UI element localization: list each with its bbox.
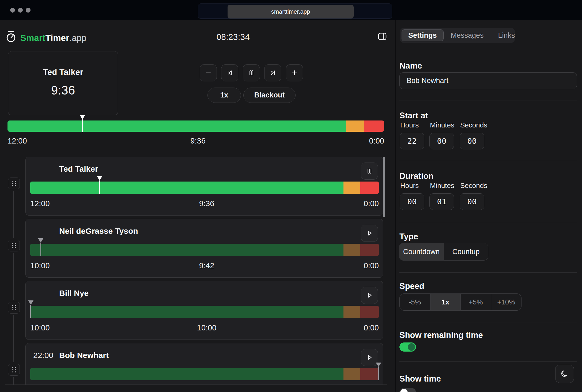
progress-green-segment: [30, 244, 343, 256]
tab-links[interactable]: Links: [491, 29, 522, 41]
window-dot-2[interactable]: [18, 8, 23, 13]
skip-forward-button[interactable]: [264, 64, 281, 81]
start-minutes-stepper[interactable]: 00: [429, 133, 454, 149]
progress-orange-segment: [346, 120, 364, 132]
timer-end-label: 0:00: [364, 323, 379, 332]
drag-handle[interactable]: [8, 302, 20, 314]
progress-red-segment: [364, 120, 384, 132]
decrease-time-button[interactable]: [200, 64, 217, 81]
progress-green-segment: [7, 120, 346, 132]
timer-title-row: 22:00 Bob Newhart: [33, 350, 109, 361]
show-remaining-time-toggle[interactable]: [399, 342, 416, 352]
rail-connector: [13, 315, 14, 362]
timer-progress-bar[interactable]: [30, 306, 379, 318]
settings-sidebar: Settings Messages Links Name Bob Newhart…: [395, 20, 582, 392]
duration-seconds-stepper[interactable]: 00: [460, 193, 484, 210]
timer-start-label: 10:00: [30, 261, 50, 270]
pause-icon: [248, 69, 255, 76]
name-label: Name: [399, 61, 422, 71]
window-dot-1[interactable]: [10, 8, 15, 13]
sidebar-tab-bar: Settings Messages Links: [400, 28, 515, 43]
hours-label: Hours: [400, 182, 419, 190]
timer-progress-bar[interactable]: [30, 182, 379, 194]
start-seconds-stepper[interactable]: 00: [460, 133, 484, 149]
minus-icon: [205, 69, 212, 76]
blackout-button[interactable]: Blackout: [243, 88, 296, 103]
progress-green-segment: [30, 306, 343, 318]
speed-option-plus10[interactable]: +10%: [491, 294, 521, 310]
play-timer-button[interactable]: [361, 225, 378, 242]
play-timer-button[interactable]: [361, 287, 378, 304]
app-title: SmartTimer.app: [20, 32, 86, 44]
dark-mode-button[interactable]: [555, 365, 574, 383]
drag-handle[interactable]: [8, 178, 20, 189]
timer-progress-bar[interactable]: [30, 368, 379, 380]
plus-icon: [291, 69, 298, 76]
timer-title-row: Bill Nye: [33, 288, 89, 299]
speed-pill-button[interactable]: 1x: [207, 88, 241, 103]
main-progress-bar[interactable]: [7, 120, 384, 132]
window-chrome: smarttimer.app: [0, 0, 582, 20]
speed-option-1x[interactable]: 1x: [430, 294, 461, 310]
speed-option-minus5[interactable]: -5%: [400, 294, 430, 310]
progress-red-segment: [360, 368, 379, 380]
toggle-knob: [400, 389, 408, 392]
timer-row[interactable]: Bill Nye 10:00 10:00 0:00: [25, 281, 383, 340]
drag-dots-icon: [12, 367, 16, 372]
moon-icon: [561, 370, 569, 378]
main-end-label: 0:00: [369, 137, 384, 145]
seconds-label: Seconds: [460, 182, 487, 190]
duration-hours-stepper[interactable]: 00: [400, 193, 424, 210]
drag-dots-icon: [12, 243, 16, 248]
show-time-label: Show time: [399, 374, 441, 384]
divider: [399, 161, 577, 161]
timer-name: Neil deGrasse Tyson: [59, 227, 138, 236]
skip-back-button[interactable]: [221, 64, 238, 81]
browser-tab[interactable]: smarttimer.app: [228, 5, 354, 18]
main-start-label: 12:00: [7, 137, 27, 145]
main-bar-labels: 12:00 9:36 0:00: [7, 137, 384, 145]
name-input[interactable]: Bob Newhart: [399, 72, 577, 89]
timer-title-row: Neil deGrasse Tyson: [33, 226, 138, 236]
timer-name: Bill Nye: [59, 289, 89, 298]
timer-name: Ted Talker: [59, 164, 98, 174]
minutes-label: Minutes: [430, 121, 454, 129]
speed-label: Speed: [399, 281, 424, 292]
drag-dots-icon: [12, 305, 16, 310]
increase-time-button[interactable]: [286, 64, 303, 81]
pause-button[interactable]: [243, 64, 260, 81]
drag-handle[interactable]: [8, 364, 20, 376]
duration-label: Duration: [399, 171, 433, 182]
pause-timer-button[interactable]: [361, 163, 378, 180]
timer-row[interactable]: Ted Talker 12:00 9:36 0:00: [25, 157, 383, 216]
timer-row[interactable]: 22:00 Bob Newhart: [25, 343, 383, 385]
play-icon: [366, 230, 373, 237]
type-option-countdown[interactable]: Countdown: [399, 243, 444, 260]
play-icon: [366, 354, 373, 361]
timer-row[interactable]: Neil deGrasse Tyson 10:00 9:42 0:00: [25, 219, 383, 278]
type-option-countup[interactable]: Countup: [444, 243, 488, 260]
play-timer-button[interactable]: [361, 349, 378, 366]
drag-handle[interactable]: [8, 240, 20, 251]
pause-icon: [366, 168, 373, 175]
timer-current-label: 9:42: [199, 261, 214, 270]
timer-end-label: 0:00: [364, 261, 379, 270]
speed-option-plus5[interactable]: +5%: [460, 294, 491, 310]
duration-minutes-stepper[interactable]: 01: [429, 193, 454, 210]
timer-title-row: Ted Talker: [33, 164, 98, 174]
preview-timer-name: Ted Talker: [8, 67, 118, 77]
toggle-sidebar-button[interactable]: [376, 31, 388, 42]
window-dot-3[interactable]: [26, 8, 31, 13]
list-scrollbar[interactable]: [383, 157, 385, 217]
start-hours-stepper[interactable]: 22: [400, 133, 424, 149]
tab-settings[interactable]: Settings: [402, 29, 444, 41]
skip-to-end-icon: [269, 69, 276, 76]
timer-progress-bar[interactable]: [30, 244, 379, 256]
main-current-label: 9:36: [190, 137, 205, 145]
tab-messages[interactable]: Messages: [444, 29, 491, 41]
rail-connector: [13, 253, 14, 300]
show-time-toggle[interactable]: [399, 388, 416, 392]
playhead-triangle-icon: [97, 176, 102, 180]
playhead-triangle-icon: [80, 115, 85, 119]
minutes-label: Minutes: [430, 182, 454, 190]
